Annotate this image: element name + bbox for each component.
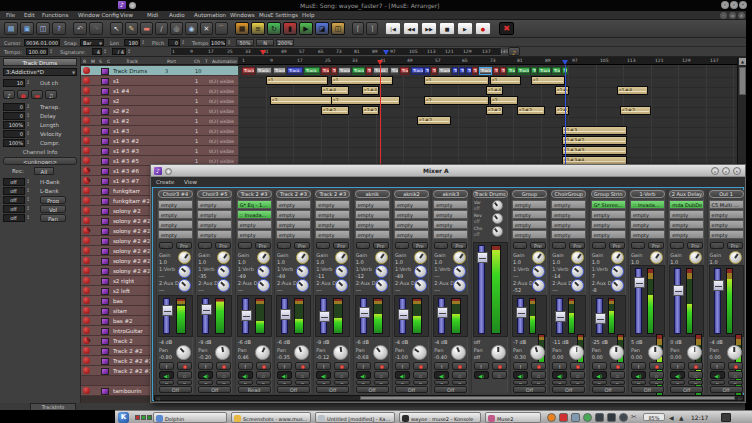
pan-knob[interactable]	[176, 345, 191, 360]
output-route-button[interactable]: ◀)	[238, 371, 253, 379]
volume-fader[interactable]	[714, 268, 721, 334]
automation-button[interactable]: Off	[631, 386, 664, 393]
zoom-200%-button[interactable]: 200%	[276, 39, 294, 46]
tempo-spin-arrows-icon[interactable]: ↕	[227, 39, 231, 45]
solo-button[interactable]	[492, 362, 507, 370]
midi-part[interactable]: s1#4	[486, 86, 503, 95]
stereo-toggle-button[interactable]: ○	[670, 242, 684, 249]
effect-slot[interactable]: empty	[355, 220, 390, 229]
show-desktop-button[interactable]	[721, 413, 731, 422]
field-arrows-icon[interactable]: ↕	[26, 139, 30, 145]
fader-handle[interactable]	[162, 305, 173, 316]
out-ch-arrows-icon[interactable]: ↕	[26, 79, 30, 85]
output-route-button[interactable]: ◀)	[277, 371, 292, 379]
pre-button[interactable]: Pre	[255, 242, 271, 249]
effect-slot[interactable]: empty	[433, 220, 468, 229]
stereo-toggle-button[interactable]: ○	[356, 242, 370, 249]
config-button-1[interactable]: ↔	[513, 380, 528, 385]
ctrl-vol-button[interactable]: Vol	[40, 205, 66, 213]
play-button[interactable]: ▶	[457, 22, 473, 35]
strip-name[interactable]: ChoirGroup	[551, 190, 586, 198]
firefox-icon[interactable]	[547, 413, 556, 422]
fader-handle[interactable]	[241, 310, 252, 321]
input-route-button[interactable]: ▫	[177, 371, 192, 379]
rewind-button[interactable]: ◀◀	[403, 22, 419, 35]
output-route-button[interactable]: ◀)	[159, 371, 174, 379]
pre-button[interactable]: Pre	[215, 242, 231, 249]
volume-fader[interactable]	[399, 298, 406, 334]
stereo-toggle-button[interactable]: ○	[159, 242, 173, 249]
stop-button[interactable]: ■	[439, 22, 455, 35]
top-ruler[interactable]: 1917253341495765738189971051131211291371…	[170, 47, 502, 56]
midi-part[interactable]: s2	[331, 96, 400, 105]
config-button-2[interactable]: ↔	[688, 380, 703, 385]
effect-slot[interactable]: G* Stereo...	[591, 200, 626, 209]
midi-part[interactable]: s2	[270, 96, 332, 105]
solo-button[interactable]	[452, 362, 467, 370]
record-arm-dot[interactable]	[83, 97, 90, 104]
track-row[interactable]: s1 #310(2) visible	[81, 126, 238, 136]
effect-slot[interactable]: empty	[394, 210, 429, 219]
gain-knob[interactable]	[178, 251, 191, 264]
drum-part[interactable]: Tr	[472, 67, 478, 75]
volume-fader[interactable]	[517, 298, 524, 334]
redo-icon[interactable]: ↷	[89, 22, 103, 35]
effect-slot[interactable]: empty	[197, 210, 232, 219]
gain-knob[interactable]	[650, 251, 663, 264]
hscroll-thumb[interactable]	[360, 396, 735, 400]
mute-button[interactable]: !	[710, 362, 725, 370]
record-arm-dot[interactable]	[83, 267, 90, 274]
strip-name[interactable]: Out 1	[709, 190, 744, 198]
pan-knob[interactable]	[215, 345, 230, 360]
send2-knob[interactable]	[414, 279, 427, 292]
strip-name[interactable]: Track 2 #3 #5	[276, 190, 311, 198]
pre-button[interactable]: Pre	[687, 242, 703, 249]
mixer-sticky-button[interactable]	[165, 168, 172, 175]
solo-button[interactable]	[374, 362, 389, 370]
config-button-1[interactable]: ↔	[277, 380, 292, 385]
output-route-button[interactable]: ◀)	[395, 371, 410, 379]
config-button-1[interactable]: ↔	[316, 380, 331, 385]
input-route-button[interactable]: ▫	[610, 371, 625, 379]
pre-button[interactable]: Pre	[333, 242, 349, 249]
save-icon[interactable]: ◫	[36, 22, 50, 35]
input-route-button[interactable]: ▫	[256, 371, 271, 379]
taskbar-task-4[interactable]: wayoe : muse2 - Konsole	[399, 412, 481, 423]
input-route-button[interactable]: ▫	[295, 371, 310, 379]
patch-select[interactable]: 3:Addictive*D▼	[3, 68, 77, 76]
midi-part[interactable]: s2#2	[362, 106, 379, 115]
instrument-button-3[interactable]: ▬	[31, 90, 43, 99]
strip-name[interactable]: aknik3	[433, 190, 468, 198]
record-arm-dot[interactable]	[83, 197, 90, 204]
effect-slot[interactable]: empty	[551, 220, 586, 229]
mdi-close-icon[interactable]: ×	[738, 12, 745, 19]
mute-button[interactable]: !	[513, 362, 528, 370]
effect-slot[interactable]: empty	[158, 200, 193, 209]
pitch-spinbox[interactable]: 0	[168, 39, 180, 46]
effect-slot[interactable]: empty	[709, 230, 744, 239]
track-row[interactable]: s1 #3 #310(2) visible	[81, 146, 238, 156]
input-route-button[interactable]: ▫	[374, 371, 389, 379]
config-button-1[interactable]: ↔	[198, 380, 213, 385]
strip-name[interactable]: 1-Verb	[630, 190, 665, 198]
config-button-1[interactable]: ↔	[395, 380, 410, 385]
mute-button[interactable]: !	[198, 362, 213, 370]
pre-button[interactable]: Pre	[569, 242, 585, 249]
effect-slot[interactable]: empty	[237, 230, 272, 239]
field-arrows-icon[interactable]: ↕	[26, 121, 30, 127]
mute-button[interactable]: !	[159, 362, 174, 370]
input-route-button[interactable]: ▫	[570, 371, 585, 379]
drum-editor-toggle-icon[interactable]: ↻	[267, 22, 281, 35]
effect-slot[interactable]: empty	[276, 230, 311, 239]
input-route-button[interactable]: ▫	[334, 371, 349, 379]
effect-slot[interactable]: empty	[591, 220, 626, 229]
send2-knob[interactable]	[257, 279, 270, 292]
scroll-up-icon[interactable]: ▲	[739, 58, 746, 65]
close-button[interactable]: ✕	[739, 1, 747, 9]
drum-part[interactable]: Tr	[331, 67, 337, 75]
volume-fader[interactable]	[438, 298, 445, 334]
record-arm-dot[interactable]	[83, 187, 90, 194]
record-arm-dot[interactable]	[83, 327, 90, 334]
record-arm-dot[interactable]	[83, 237, 90, 244]
ctrl-arrows-icon[interactable]: ↕	[26, 178, 30, 184]
